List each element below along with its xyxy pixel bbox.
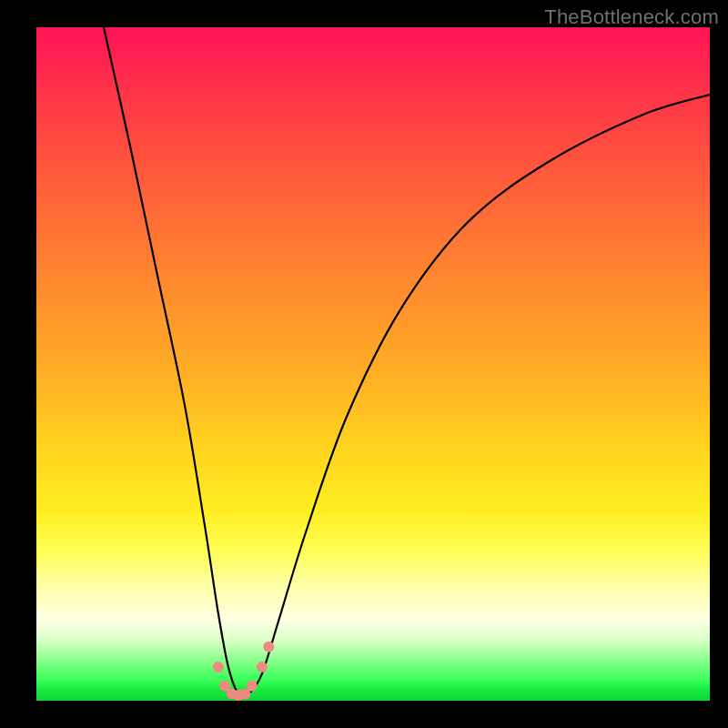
marker-dot bbox=[233, 690, 244, 701]
chart-frame: TheBottleneck.com bbox=[0, 0, 728, 728]
marker-dot bbox=[239, 689, 250, 700]
marker-dot bbox=[263, 642, 274, 652]
bottleneck-curve bbox=[104, 27, 710, 697]
curve-layer bbox=[36, 27, 710, 701]
marker-dot bbox=[227, 689, 238, 700]
plot-area bbox=[36, 27, 710, 701]
marker-group bbox=[213, 642, 274, 701]
marker-dot bbox=[219, 681, 230, 692]
marker-dot bbox=[247, 681, 258, 692]
marker-dot bbox=[213, 662, 224, 672]
watermark-text: TheBottleneck.com bbox=[544, 5, 719, 29]
marker-dot bbox=[257, 662, 268, 672]
